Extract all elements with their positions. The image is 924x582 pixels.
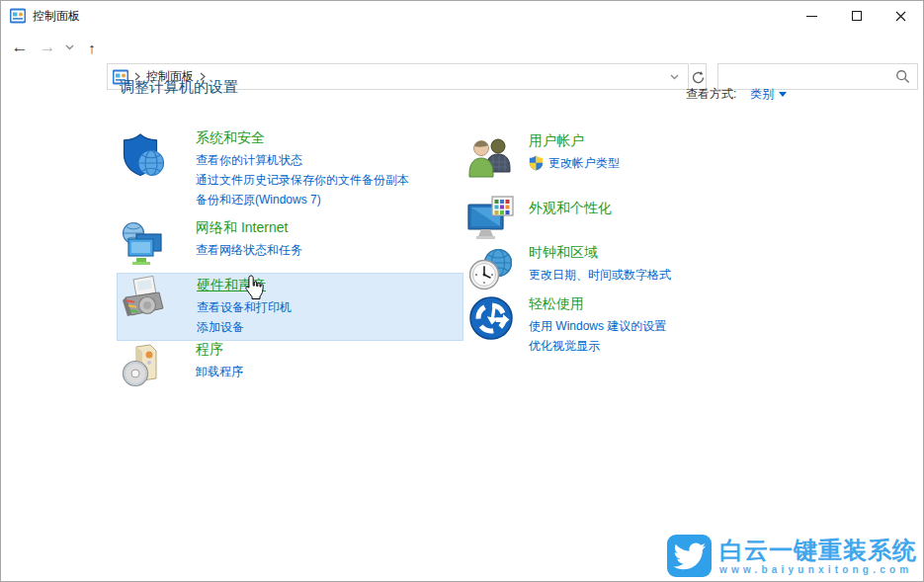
page-title: 调整计算机的设置 bbox=[120, 78, 238, 97]
watermark: 白云一键重装系统 www.baiyunxitong.com bbox=[667, 535, 917, 577]
link-suggested-settings[interactable]: 使用 Windows 建议的设置 bbox=[529, 316, 666, 336]
back-icon: ← bbox=[12, 38, 29, 57]
link-review-computer-status[interactable]: 查看你的计算机状态 bbox=[196, 150, 409, 170]
back-button[interactable]: ← bbox=[7, 31, 33, 64]
category-title-network-and-internet[interactable]: 网络和 Internet bbox=[196, 217, 288, 238]
category-appearance-personalization: 外观和个性化 bbox=[462, 192, 814, 243]
chevron-down-icon bbox=[670, 74, 679, 80]
window-title: 控制面板 bbox=[33, 8, 80, 25]
category-title-system-and-security[interactable]: 系统和安全 bbox=[196, 127, 265, 148]
printer-icon[interactable] bbox=[122, 276, 169, 323]
category-title-clock-and-region[interactable]: 时钟和区域 bbox=[529, 242, 598, 263]
link-view-network-status[interactable]: 查看网络状态和任务 bbox=[196, 240, 302, 260]
minimize-button[interactable] bbox=[790, 1, 834, 31]
search-icon[interactable] bbox=[895, 69, 910, 84]
view-by-value[interactable]: 类别 bbox=[750, 86, 774, 103]
link-uninstall-program[interactable]: 卸载程序 bbox=[196, 362, 243, 381]
control-panel-icon bbox=[10, 8, 26, 24]
category-title-ease-of-access[interactable]: 轻松使用 bbox=[529, 293, 584, 314]
forward-button[interactable]: → bbox=[35, 31, 60, 64]
recent-locations-button[interactable] bbox=[60, 31, 78, 64]
shield-globe-icon[interactable] bbox=[121, 131, 168, 179]
control-panel-window: 控制面板 ← → ↑ 控制面板 bbox=[0, 0, 924, 582]
maximize-icon bbox=[852, 11, 862, 21]
clock-globe-icon[interactable] bbox=[467, 246, 515, 293]
category-title-programs[interactable]: 程序 bbox=[196, 339, 223, 360]
category-network-and-internet: 网络和 Internet 查看网络状态和任务 bbox=[117, 217, 463, 269]
link-backup-restore-windows7[interactable]: 备份和还原(Windows 7) bbox=[196, 190, 409, 209]
ease-of-access-icon[interactable] bbox=[467, 294, 515, 342]
link-file-history-backup[interactable]: 通过文件历史记录保存你的文件备份副本 bbox=[196, 170, 409, 190]
category-title-user-accounts[interactable]: 用户帐户 bbox=[529, 130, 584, 151]
link-add-device[interactable]: 添加设备 bbox=[197, 317, 292, 337]
link-change-account-type[interactable]: 更改帐户类型 bbox=[529, 153, 620, 173]
watermark-domain: www.baiyunxitong.com bbox=[719, 564, 917, 575]
close-button[interactable] bbox=[879, 1, 923, 31]
navigation-bar: ← → ↑ 控制面板 bbox=[1, 31, 923, 64]
address-dropdown-button[interactable] bbox=[664, 64, 684, 89]
program-box-cd-icon[interactable] bbox=[121, 343, 168, 390]
category-title-appearance-personalization[interactable]: 外观和个性化 bbox=[529, 198, 612, 218]
category-title-hardware-and-sound[interactable]: 硬件和声音 bbox=[197, 275, 266, 295]
monitor-palette-icon[interactable] bbox=[467, 196, 515, 243]
category-ease-of-access: 轻松使用 使用 Windows 建议的设置 优化视觉显示 bbox=[462, 291, 814, 356]
link-change-date-time-formats[interactable]: 更改日期、时间或数字格式 bbox=[529, 265, 671, 285]
minimize-icon bbox=[806, 16, 817, 17]
close-icon bbox=[895, 11, 906, 22]
chevron-down-icon bbox=[65, 44, 74, 50]
category-programs: 程序 卸载程序 bbox=[117, 339, 463, 390]
forward-icon: → bbox=[40, 38, 56, 57]
link-optimize-visual-display[interactable]: 优化视觉显示 bbox=[529, 336, 666, 356]
watermark-title: 白云一键重装系统 bbox=[719, 538, 917, 563]
category-user-accounts: 用户帐户 更改帐户类型 bbox=[462, 130, 814, 182]
dropdown-arrow-icon[interactable] bbox=[779, 92, 787, 97]
maximize-button[interactable] bbox=[834, 1, 879, 31]
title-bar: 控制面板 bbox=[1, 1, 923, 31]
two-users-icon[interactable] bbox=[467, 134, 515, 182]
refresh-icon bbox=[692, 70, 705, 84]
link-view-devices-printers[interactable]: 查看设备和打印机 bbox=[197, 297, 292, 317]
uac-shield-icon bbox=[529, 155, 544, 171]
up-icon: ↑ bbox=[88, 40, 96, 56]
view-by-label: 查看方式: bbox=[686, 86, 736, 103]
network-monitors-icon[interactable] bbox=[121, 221, 168, 269]
category-hardware-and-sound[interactable]: 硬件和声音 查看设备和打印机 添加设备 bbox=[117, 273, 463, 341]
up-button[interactable]: ↑ bbox=[80, 31, 104, 64]
category-clock-and-region: 时钟和区域 更改日期、时间或数字格式 bbox=[462, 242, 814, 293]
view-by-control: 查看方式: 类别 bbox=[686, 86, 787, 103]
category-system-and-security: 系统和安全 查看你的计算机状态 通过文件历史记录保存你的文件备份副本 备份和还原… bbox=[117, 127, 463, 209]
bird-logo-icon bbox=[667, 535, 712, 577]
